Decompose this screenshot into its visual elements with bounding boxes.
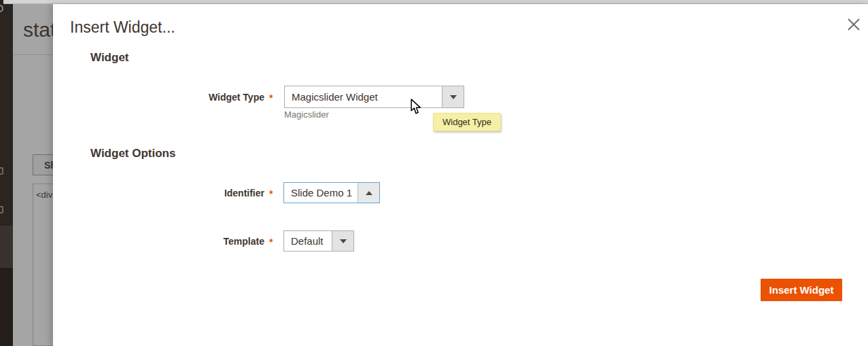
widget-type-dropdown-button[interactable] <box>442 86 464 107</box>
identifier-value: Slide Demo 1 <box>291 183 352 203</box>
textarea-code-text: <div <box>36 190 52 200</box>
widget-options-heading: Widget Options <box>90 147 175 160</box>
identifier-select[interactable]: Slide Demo 1 <box>283 182 380 203</box>
sidebar-active-item <box>0 226 13 268</box>
sidebar-dark-section <box>0 268 13 346</box>
template-value: Default <box>291 231 324 251</box>
magento-logo-fragment-icon <box>0 5 3 12</box>
required-asterisk: * <box>269 92 273 103</box>
template-label: Template <box>53 236 264 247</box>
widget-type-helper-text: Magicslider <box>284 109 329 120</box>
widget-type-tooltip: Widget Type <box>433 113 501 131</box>
mouse-cursor-icon <box>411 99 421 118</box>
menu-icon-fragment <box>0 206 3 213</box>
template-dropdown-button[interactable] <box>332 231 353 251</box>
background-page-title: stat <box>23 18 56 41</box>
identifier-dropdown-button[interactable] <box>358 183 379 203</box>
sidebar-top-notch <box>0 0 3 4</box>
modal-title: Insert Widget... <box>70 18 175 37</box>
chevron-down-icon <box>450 95 457 99</box>
chevron-up-icon <box>366 191 372 195</box>
chevron-down-icon <box>340 239 347 243</box>
menu-icon-fragment <box>0 167 3 175</box>
admin-sidebar <box>0 4 13 346</box>
screen: stat Sh <div Insert Widget... Widget Wid… <box>0 0 868 346</box>
widget-section-heading: Widget <box>90 51 129 65</box>
insert-widget-button[interactable]: Insert Widget <box>761 279 842 301</box>
required-asterisk: * <box>269 188 273 199</box>
insert-widget-modal: Insert Widget... Widget Widget Type * Ma… <box>53 4 868 346</box>
widget-type-select[interactable]: Magicslider Widget <box>284 86 464 108</box>
widget-type-label: Widget Type <box>53 92 264 103</box>
divider <box>13 54 53 55</box>
dimmed-page-background: stat Sh <div <box>13 4 53 346</box>
widget-type-value: Magicslider Widget <box>292 86 378 107</box>
template-select[interactable]: Default <box>283 230 354 252</box>
close-icon[interactable] <box>846 17 861 32</box>
required-asterisk: * <box>269 237 273 247</box>
identifier-label: Identifier <box>53 188 264 198</box>
